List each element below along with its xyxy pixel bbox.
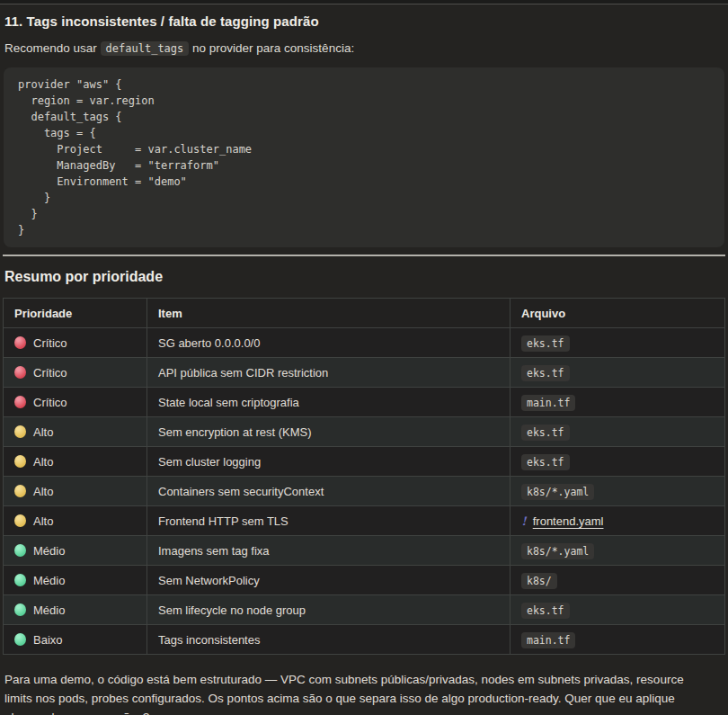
intro-prefix: Recomendo usar [4,41,97,55]
priority-dot-medium-icon [14,544,26,557]
priority-label: Baixo [33,633,63,647]
table-row: Crítico API pública sem CIDR restriction… [4,358,725,388]
priority-dot-high-icon [14,514,26,527]
priority-label: Médio [33,544,65,558]
item-cell: Frontend HTTP sem TLS [147,506,510,536]
file-chip: k8s/*.yaml [521,484,594,500]
item-cell: Imagens sem tag fixa [147,536,510,566]
file-link-frontend-yaml[interactable]: frontend.yaml [533,514,604,528]
file-chip: k8s/*.yaml [521,543,594,559]
priority-label: Alto [33,514,53,528]
priority-dot-low-icon [14,633,26,646]
priority-label: Alto [33,455,53,469]
item-cell: SG aberto 0.0.0.0/0 [147,328,510,358]
priority-dot-critical-icon [14,396,26,408]
priority-dot-high-icon [14,485,26,497]
priority-dot-medium-icon [14,574,26,586]
table-row: Médio Sem lifecycle no node group eks.tf [4,595,725,625]
column-header-prioridade: Prioridade [4,299,147,328]
priority-label: Médio [33,603,65,617]
table-row: Alto Sem encryption at rest (KMS) eks.tf [4,417,725,447]
file-chip: main.tf [521,395,575,411]
section-heading: 11. Tags inconsistentes / falta de taggi… [4,13,724,29]
priority-summary-table: Prioridade Item Arquivo Crítico SG abert… [3,298,725,655]
terraform-code-block: provider "aws" { region = var.region def… [4,67,724,247]
priority-label: Crítico [33,336,67,350]
section-divider [3,255,725,256]
priority-dot-high-icon [14,425,26,438]
priority-label: Crítico [33,396,67,409]
file-chip: eks.tf [521,425,570,441]
inline-code-chip: default_tags [101,41,190,56]
closing-paragraph: Para uma demo, o código está bem estrutu… [4,670,715,715]
item-cell: State local sem criptografia [147,388,510,417]
intro-suffix: no provider para consistência: [192,41,354,55]
priority-dot-critical-icon [14,366,26,379]
item-cell: Sem cluster logging [147,447,510,477]
item-cell: Sem NetworkPolicy [147,566,510,595]
table-row: Médio Imagens sem tag fixa k8s/*.yaml [4,536,725,566]
file-chip: eks.tf [521,454,570,470]
item-cell: API pública sem CIDR restriction [147,358,510,388]
item-cell: Containers sem securityContext [147,477,510,506]
column-header-arquivo: Arquivo [510,299,725,328]
priority-dot-critical-icon [14,336,26,349]
priority-dot-high-icon [14,455,26,468]
table-row: Alto Sem cluster logging eks.tf [4,447,725,477]
priority-label: Médio [33,574,65,587]
file-chip: main.tf [521,632,575,648]
file-chip: eks.tf [521,335,570,352]
previous-block-edge [0,0,728,4]
file-chip: eks.tf [521,365,570,381]
column-header-item: Item [147,299,510,328]
priority-dot-medium-icon [14,603,26,616]
file-chip: eks.tf [521,603,570,619]
item-cell: Tags inconsistentes [147,625,510,655]
table-row: Crítico SG aberto 0.0.0.0/0 eks.tf [4,328,725,358]
table-row: Baixo Tags inconsistentes main.tf [4,625,725,655]
intro-paragraph: Recomendo usar default_tags no provider … [4,40,724,57]
table-row: Alto Frontend HTTP sem TLS !frontend.yam… [4,506,725,536]
priority-label: Crítico [33,366,67,380]
table-row: Crítico State local sem criptografia mai… [4,388,725,417]
table-header-row: Prioridade Item Arquivo [4,299,725,328]
item-cell: Sem lifecycle no node group [147,595,510,625]
priority-label: Alto [33,425,53,439]
summary-heading: Resumo por prioridade [4,269,724,285]
table-row: Alto Containers sem securityContext k8s/… [4,477,725,506]
file-chip: k8s/ [521,573,557,589]
item-cell: Sem encryption at rest (KMS) [147,417,510,447]
priority-label: Alto [33,485,53,498]
warning-icon: ! [521,514,527,528]
table-row: Médio Sem NetworkPolicy k8s/ [4,566,725,595]
